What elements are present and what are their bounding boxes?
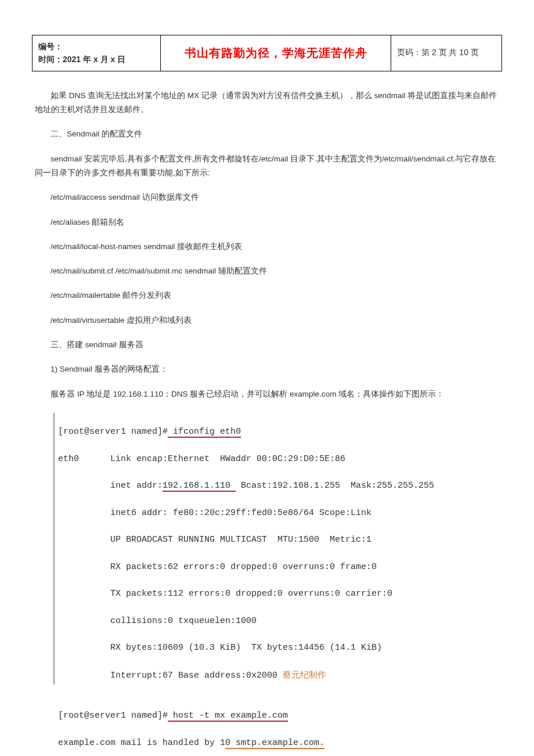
vertical-rule [53,413,55,685]
step-heading: 1) Sendmail 服务器的网络配置： [35,362,499,376]
command: host -t mx example.com [168,711,288,722]
terminal-line: collisions:0 txqueuelen:1000 [58,614,499,628]
terminal-line: inet6 addr: fe80::20c:29ff:fed0:5e86/64 … [58,506,499,520]
terminal-line: RX bytes:10609 (10.3 KiB) TX bytes:14456… [58,641,499,654]
terminal-line: UP BROADCAST RUNNING MULTICAST MTU:1500 … [58,533,499,546]
config-file-item: /etc/mail/local-host-names sendmail 接收邮件… [35,240,499,254]
terminal-text: Interrupt:67 Base address:0x2000 [58,671,283,681]
terminal-output: [root@server1 named]# ifconfig eth0 eth0… [58,412,499,756]
terminal-text: Bcast:192.168.1.255 Mask:255.255.255 [236,481,434,491]
time-label: 时间： [38,55,63,64]
ip-address: 192.168.1.110 [163,481,236,492]
paragraph: sendmail 安装完毕后,具有多个配置文件,所有文件都旋转在/etc/mai… [35,152,499,181]
header-motto: 书山有路勤为径，学海无涯苦作舟 [161,35,391,71]
header-table: 编号： 时间：2021 年 x 月 x 日 书山有路勤为径，学海无涯苦作舟 页码… [32,35,502,71]
header-left-cell: 编号： 时间：2021 年 x 月 x 日 [33,35,161,71]
terminal-line: TX packets:112 errors:0 dropped:0 overru… [58,587,499,600]
command: ifconfig eth0 [168,427,241,438]
section-heading-3: 三、搭建 sendmail 服务器 [35,338,499,352]
paragraph: 服务器 IP 地址是 192.168.1.110；DNS 服务已经启动，并可以解… [35,387,499,401]
config-file-item: /etc/mail/mailertable 邮件分发列表 [35,289,499,303]
author-watermark: 蔡元纪制作 [283,670,326,679]
prompt: [root@server1 named]# [58,427,168,437]
terminal-text: inet addr: [58,481,163,491]
section-heading-2: 二、Sendmail 的配置文件 [35,127,499,141]
config-file-item: /etc/mail/submit.cf /etc/mail/submit.mc … [35,264,499,278]
content-area: 如果 DNS 查询无法找出对某个地址的 MX 记录（通常因为对方没有信件交换主机… [32,89,502,756]
id-label: 编号： [38,42,63,51]
config-file-item: /etc/mail/virtusertable 虚拟用户和域列表 [35,314,499,327]
page-value: 第 2 页 共 10 页 [421,48,479,57]
terminal-line: RX packets:62 errors:0 dropped:0 overrun… [58,560,499,574]
terminal-line: eth0 Link encap:Ethernet HWaddr 00:0C:29… [58,452,499,466]
config-file-item: /etc/aliases 邮箱别名 [35,215,499,229]
page-label: 页码： [397,48,421,57]
time-value: 2021 年 x 月 x 日 [63,55,125,64]
paragraph: 如果 DNS 查询无法找出对某个地址的 MX 记录（通常因为对方没有信件交换主机… [35,89,499,117]
prompt: [root@server1 named]# [58,711,168,721]
result-highlight: 0 smtp.example.com. [225,738,324,749]
document-page: 编号： 时间：2021 年 x 月 x 日 书山有路勤为径，学海无涯苦作舟 页码… [0,0,534,756]
config-file-item: /etc/mail/access sendmail 访问数据库文件 [35,190,499,204]
header-right-cell: 页码：第 2 页 共 10 页 [391,35,502,71]
terminal-text: example.com mail is handled by 1 [58,738,225,748]
